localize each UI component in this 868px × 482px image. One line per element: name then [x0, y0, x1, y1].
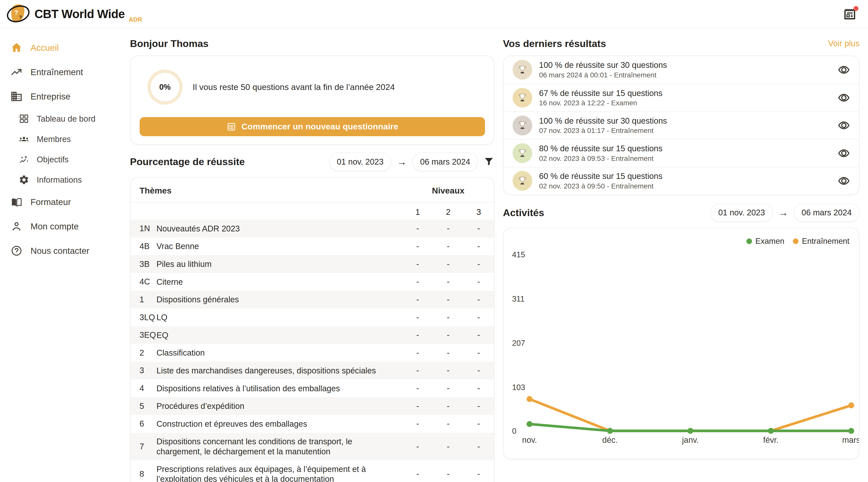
- table-row: 5Procédures d’expédition---: [131, 397, 494, 415]
- brand-logo-link[interactable]: ? ? CBT World Wide ADR: [6, 2, 142, 25]
- result-subtitle: 16 nov. 2023 à 12:22 - Examen: [539, 99, 662, 107]
- person-icon: [10, 220, 23, 233]
- view-result-button[interactable]: [836, 118, 851, 133]
- date-to-chip[interactable]: 06 mars 2024: [412, 153, 478, 171]
- date-from-chip[interactable]: 01 nov. 2023: [329, 153, 392, 171]
- view-result-button[interactable]: [836, 90, 851, 105]
- table-row: 8Prescriptions relatives aux équipages, …: [131, 460, 494, 482]
- sidebar-item-tableau-de-bord[interactable]: Tableau de bord: [0, 109, 130, 129]
- legend-examen: Examen: [746, 237, 785, 246]
- sidebar-item-membres[interactable]: Membres: [0, 129, 130, 149]
- top-bar: ? ? CBT World Wide ADR: [0, 0, 868, 28]
- svg-text:103: 103: [512, 383, 525, 392]
- result-item: 100 % de réussite sur 30 questions 07 no…: [503, 111, 859, 139]
- book-icon: [10, 196, 23, 209]
- help-icon: [10, 244, 23, 257]
- result-item: 67 % de réussite sur 15 questions 16 nov…: [503, 84, 859, 111]
- sidebar-item-objectifs[interactable]: Objectifs: [0, 149, 130, 170]
- result-title: 60 % de réussite sur 15 questions: [539, 171, 662, 181]
- table-row: 3BPiles au lithium---: [131, 255, 494, 273]
- activities-chart-card: Examen Entraînement 0103207311415nov.déc…: [503, 228, 860, 460]
- result-subtitle: 06 mars 2024 à 00:01 - Entraînement: [539, 71, 667, 79]
- result-subtitle: 02 nov. 2023 à 09:50 - Entraînement: [539, 182, 662, 190]
- start-questionnaire-button[interactable]: Commencer un nouveau questionnaire: [140, 117, 485, 137]
- table-row: 4CCiterne---: [131, 273, 494, 291]
- left-column: Bonjour Thomas 0% Il vous reste 50 quest…: [130, 28, 495, 482]
- activities-line-chart: 0103207311415nov.déc.janv.févr.mars: [503, 228, 859, 459]
- success-rate-title: Pourcentage de réussite: [130, 156, 245, 168]
- svg-text:311: 311: [512, 295, 524, 303]
- sidebar-item-mon-compte[interactable]: Mon compte: [0, 214, 130, 239]
- result-title: 100 % de réussite sur 30 questions: [539, 60, 667, 70]
- sidebar-item-formateur[interactable]: Formateur: [0, 190, 130, 214]
- view-result-button[interactable]: [836, 62, 851, 77]
- result-subtitle: 02 nov. 2023 à 09:53 - Entraînement: [539, 155, 662, 162]
- result-title: 67 % de réussite sur 15 questions: [539, 88, 662, 98]
- result-item: 60 % de réussite sur 15 questions 02 nov…: [503, 167, 859, 194]
- table-row: 1Dispositions générales---: [131, 291, 494, 309]
- see-more-link[interactable]: Voir plus: [828, 39, 860, 48]
- progress-value: 0%: [159, 83, 171, 92]
- date-from-chip[interactable]: 01 nov. 2023: [710, 204, 773, 222]
- table-row: 6Construction et épreuves des emballages…: [131, 415, 494, 433]
- entrainement-dot-icon: [793, 239, 799, 244]
- table-row: 2Classification---: [131, 344, 494, 362]
- result-title: 80 % de réussite sur 15 questions: [539, 144, 662, 153]
- building-icon: [10, 90, 23, 103]
- dashboard-icon: [19, 113, 29, 124]
- activities-title: Activités: [503, 207, 544, 218]
- themes-table: Thèmes Niveaux 1 2 3 1NNouveautés ADR 20…: [130, 177, 495, 482]
- result-item: 80 % de réussite sur 15 questions 02 nov…: [503, 139, 859, 167]
- welcome-message: Il vous reste 50 questions avant la fin …: [193, 82, 395, 92]
- examen-dot-icon: [746, 239, 752, 244]
- svg-text:janv.: janv.: [682, 435, 699, 444]
- date-to-chip[interactable]: 06 mars 2024: [794, 204, 860, 222]
- table-row: 4Dispositions relatives à l’utilisation …: [131, 380, 494, 397]
- result-subtitle: 07 nov. 2023 à 01:17 - Entraînement: [539, 127, 667, 135]
- brand-name: CBT World Wide: [34, 7, 125, 21]
- table-row: 3EQEQ---: [131, 326, 494, 344]
- progress-ring: 0%: [148, 70, 183, 105]
- svg-text:415: 415: [512, 250, 525, 259]
- table-row: 3Liste des marchandises dangereuses, dis…: [131, 362, 494, 380]
- trophy-avatar: [513, 116, 532, 135]
- table-row: 4BVrac Benne---: [131, 238, 494, 255]
- sidebar-item-entrainement[interactable]: Entraînement: [0, 60, 130, 85]
- svg-text:207: 207: [512, 339, 525, 348]
- cbt-logo-icon: ? ?: [6, 2, 31, 25]
- svg-text:?: ?: [19, 15, 22, 20]
- welcome-title: Bonjour Thomas: [130, 38, 209, 49]
- table-body: 1NNouveautés ADR 2023--- 4BVrac Benne---…: [131, 220, 494, 482]
- welcome-card: 0% Il vous reste 50 questions avant la f…: [130, 56, 495, 145]
- trophy-avatar: [513, 143, 532, 163]
- sidebar-item-informations[interactable]: Informations: [0, 170, 130, 190]
- filter-icon[interactable]: [483, 156, 495, 168]
- main-content: Bonjour Thomas 0% Il vous reste 50 quest…: [130, 28, 868, 482]
- news-calendar-icon[interactable]: [842, 6, 858, 22]
- sidebar: Accueil Entraînement Entreprise: [0, 28, 130, 263]
- chart-legend: Examen Entraînement: [746, 237, 849, 246]
- view-result-button[interactable]: [836, 173, 851, 188]
- svg-text:?: ?: [14, 9, 18, 16]
- range-arrow-icon: →: [397, 156, 407, 168]
- sidebar-item-entreprise[interactable]: Entreprise: [0, 84, 130, 109]
- trophy-avatar: [513, 60, 532, 80]
- svg-text:mars: mars: [842, 435, 859, 444]
- table-row: 7Dispositions concernant les conditions …: [131, 433, 494, 460]
- range-arrow-icon: →: [779, 207, 788, 218]
- result-title: 100 % de réussite sur 30 questions: [539, 116, 667, 126]
- trophy-avatar: [513, 171, 532, 191]
- table-row: 3LQLQ---: [131, 308, 494, 326]
- svg-text:déc.: déc.: [602, 435, 617, 444]
- notification-badge: [854, 6, 859, 11]
- sidebar-item-accueil[interactable]: Accueil: [0, 36, 130, 60]
- members-icon: [19, 134, 29, 145]
- right-column: Vos derniers résultats Voir plus 100 % d…: [503, 28, 860, 482]
- sidebar-item-nous-contacter[interactable]: Nous contacter: [0, 239, 130, 263]
- brand-suffix: ADR: [129, 16, 142, 25]
- view-result-button[interactable]: [836, 146, 851, 160]
- trending-up-icon: [10, 66, 23, 79]
- svg-text:nov.: nov.: [522, 435, 537, 444]
- questionnaire-icon: [226, 122, 237, 132]
- results-list: 100 % de réussite sur 30 questions 06 ma…: [503, 56, 860, 195]
